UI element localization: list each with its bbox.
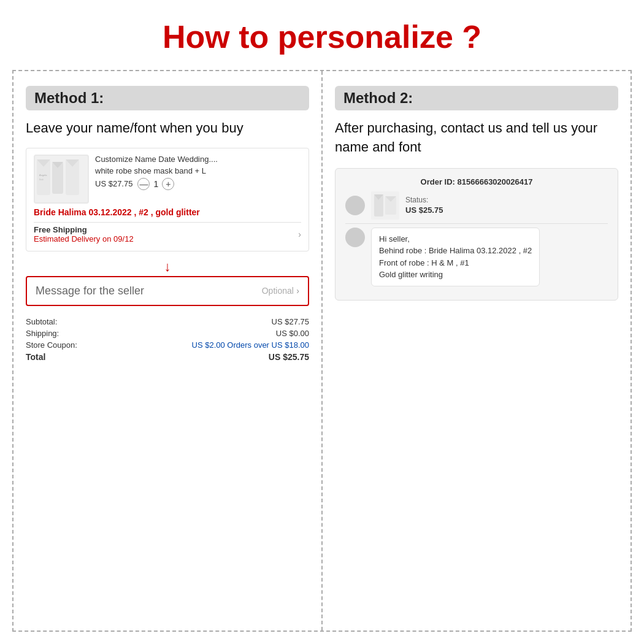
product-variant: white robe shoe mask band + L (95, 166, 301, 175)
chat-bubble: Hi seller, Behind robe : Bride Halima 03… (371, 228, 540, 286)
message-seller-label: Message for the seller (36, 285, 144, 297)
shipping-summary-row: Shipping: US $0.00 (26, 329, 309, 338)
order-summary: Subtotal: US $27.75 Shipping: US $0.00 S… (26, 317, 309, 364)
coupon-value[interactable]: US $2.00 Orders over US $18.00 (192, 340, 310, 350)
chat-divider (345, 223, 608, 224)
order-status-info: Status: US $25.75 (405, 196, 443, 215)
subtotal-value: US $27.75 (272, 317, 309, 326)
shipping-summary-value: US $0.00 (276, 329, 309, 338)
status-price: US $25.75 (405, 205, 443, 215)
chat-line2: Front of robe : H & M , #1 (379, 258, 469, 267)
chat-greeting: Hi seller, (379, 234, 410, 243)
order-chat-card: Order ID: 81566663020026417 Status (335, 168, 618, 301)
product-image: Angela Bride (34, 155, 89, 204)
chevron-right-icon[interactable]: › (298, 229, 301, 239)
shipping-summary-label: Shipping: (26, 329, 59, 338)
total-value: US $25.75 (269, 352, 309, 362)
chat-line1: Behind robe : Bride Halima 03.12.2022 , … (379, 246, 532, 255)
status-label: Status: (405, 196, 443, 204)
user-avatar (345, 196, 365, 215)
method1-column: Method 1: Leave your name/font when you … (13, 71, 323, 631)
product-name: Customize Name Date Wedding.... (95, 155, 301, 164)
order-item-image (371, 191, 399, 220)
message-chevron-icon: › (296, 286, 299, 296)
method1-badge: Method 1: (26, 86, 309, 110)
order-item-row: Status: US $25.75 (345, 191, 608, 220)
shipping-date: Estimated Delivery on 09/12 (34, 234, 134, 243)
arrow-down-icon: ↓ (26, 259, 309, 275)
svg-text:Bride: Bride (39, 178, 44, 181)
shipping-date-value: 09/12 (113, 234, 134, 243)
total-label: Total (26, 352, 45, 362)
shipping-row: Free Shipping Estimated Delivery on 09/1… (34, 225, 301, 243)
quantity-control: — 1 + (137, 178, 174, 190)
product-price-row: US $27.75 — 1 + (95, 178, 301, 190)
product-row: Angela Bride Customize Name Date Wedding… (34, 155, 301, 204)
svg-text:Angela: Angela (39, 174, 47, 177)
quantity-increase[interactable]: + (162, 178, 174, 190)
message-for-seller-box[interactable]: Message for the seller Optional › (26, 276, 309, 306)
shipping-label: Free Shipping (34, 225, 87, 234)
product-details: Customize Name Date Wedding.... white ro… (95, 155, 301, 190)
subtotal-row: Subtotal: US $27.75 (26, 317, 309, 326)
two-column-layout: Method 1: Leave your name/font when you … (12, 70, 632, 632)
quantity-value: 1 (153, 179, 158, 189)
coupon-row: Store Coupon: US $2.00 Orders over US $1… (26, 340, 309, 350)
seller-avatar (345, 228, 365, 247)
method2-badge: Method 2: (335, 86, 618, 110)
message-optional: Optional › (262, 285, 299, 296)
product-price: US $27.75 (95, 179, 132, 188)
chat-line3: Gold glitter writing (379, 270, 443, 279)
chat-message-row: Hi seller, Behind robe : Bride Halima 03… (345, 228, 608, 286)
order-id: Order ID: 81566663020026417 (345, 177, 608, 186)
page-wrapper: How to personalize ? Method 1: Leave you… (0, 0, 644, 644)
personalization-text: Bride Halima 03.12.2022 , #2 , gold glit… (34, 207, 301, 217)
coupon-label: Store Coupon: (26, 340, 77, 350)
divider (34, 222, 301, 223)
shipping-info: Free Shipping Estimated Delivery on 09/1… (34, 225, 134, 243)
product-card: Angela Bride Customize Name Date Wedding… (26, 148, 309, 251)
chat-messages: Hi seller, Behind robe : Bride Halima 03… (345, 228, 608, 286)
subtotal-label: Subtotal: (26, 317, 57, 326)
method1-description: Leave your name/font when you buy (26, 119, 309, 138)
method2-column: Method 2: After purchasing, contact us a… (323, 71, 631, 631)
page-title: How to personalize ? (163, 18, 481, 55)
quantity-decrease[interactable]: — (137, 178, 150, 190)
total-row: Total US $25.75 (26, 352, 309, 362)
method2-description: After purchasing, contact us and tell us… (335, 119, 618, 157)
